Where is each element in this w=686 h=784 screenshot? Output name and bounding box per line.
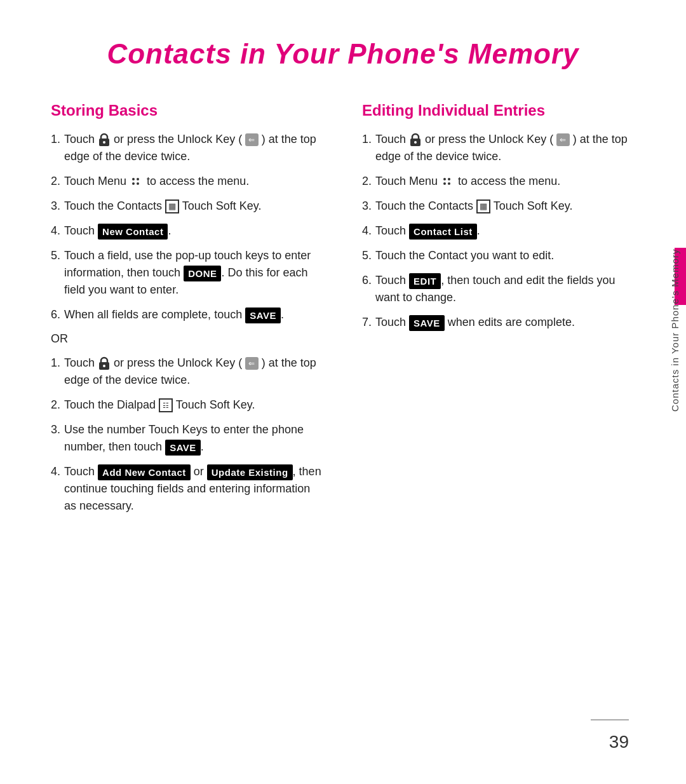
lock-icon-3 — [409, 133, 422, 147]
page-container: Contacts in Your Phone's Memory Storing … — [0, 0, 686, 784]
edit-step-body-2: Touch Menu to access the menu. — [375, 173, 635, 190]
svg-point-3 — [137, 178, 139, 180]
step-num-4: 4. — [51, 222, 60, 240]
alt-step-num-3: 3. — [51, 421, 60, 438]
menu-icon-1 — [130, 175, 144, 189]
alt-step-4: 4. Touch Add New Contact or Update Exist… — [51, 463, 324, 515]
step-body-1: Touch or press the Unlock Key ( ⇐ ) at t… — [64, 131, 324, 165]
add-new-contact-btn: Add New Contact — [98, 464, 191, 480]
step-num-6: 6. — [51, 306, 60, 323]
svg-point-13 — [448, 182, 450, 185]
edit-step-3: 3. Touch the Contacts ▦ Touch Soft Key. — [362, 198, 635, 215]
svg-point-5 — [137, 182, 139, 185]
step-6: 6. When all fields are complete, touch S… — [51, 306, 324, 323]
lock-icon-2 — [98, 356, 111, 370]
step-num-3: 3. — [51, 198, 60, 215]
storing-basics-title: Storing Basics — [51, 102, 324, 119]
svg-point-7 — [103, 365, 105, 367]
edit-step-num-1: 1. — [362, 131, 372, 148]
edit-step-2: 2. Touch Menu to access the menu. — [362, 173, 635, 190]
unlock-key-icon-3: ⇐ — [556, 133, 570, 146]
edit-step-num-5: 5. — [362, 247, 372, 264]
alt-step-num-4: 4. — [51, 463, 60, 480]
alt-step-body-2: Touch the Dialpad ☷ Touch Soft Key. — [64, 396, 324, 414]
step-4: 4. Touch New Contact. — [51, 222, 324, 240]
page-title: Contacts in Your Phone's Memory — [51, 38, 635, 70]
step-num-5: 5. — [51, 247, 60, 264]
step-1: 1. Touch or press the Unlock Key ( ⇐ ) a… — [51, 131, 324, 165]
edit-step-1: 1. Touch or press the Unlock Key ( ⇐ ) a… — [362, 131, 635, 165]
edit-btn: EDIT — [409, 273, 441, 289]
edit-step-num-6: 6. — [362, 272, 372, 289]
step-2: 2. Touch Menu to access the menu. — [51, 173, 324, 190]
step-5: 5. Touch a field, use the pop-up touch k… — [51, 247, 324, 299]
alt-step-num-1: 1. — [51, 355, 60, 372]
edit-step-body-6: Touch EDIT, then touch and edit the fiel… — [375, 272, 635, 306]
step-body-2: Touch Menu to access the menu. — [64, 173, 324, 190]
save-btn-2: SAVE — [165, 440, 201, 456]
edit-step-6: 6. Touch EDIT, then touch and edit the f… — [362, 272, 635, 306]
sidebar-rotated-text: Contacts in Your Phone's Memory — [669, 222, 680, 438]
unlock-key-icon-1: ⇐ — [245, 133, 259, 146]
edit-step-7: 7. Touch SAVE when edits are complete. — [362, 314, 635, 331]
page-number: 39 — [609, 732, 629, 752]
edit-step-body-7: Touch SAVE when edits are complete. — [375, 314, 635, 331]
lock-icon-1 — [98, 133, 111, 147]
menu-icon-2 — [441, 175, 455, 189]
svg-point-12 — [443, 182, 446, 185]
alt-step-3: 3. Use the number Touch Keys to enter th… — [51, 421, 324, 456]
edit-step-4: 4. Touch Contact List. — [362, 222, 635, 240]
contacts-icon-2: ▦ — [476, 199, 490, 213]
step-body-6: When all fields are complete, touch SAVE… — [64, 306, 324, 323]
unlock-key-icon-2: ⇐ — [245, 357, 259, 370]
edit-step-num-2: 2. — [362, 173, 372, 190]
alt-step-body-4: Touch Add New Contact or Update Existing… — [64, 463, 324, 515]
svg-point-11 — [448, 178, 450, 180]
left-column: Storing Basics 1. Touch or press the Unl… — [51, 102, 324, 522]
edit-step-body-1: Touch or press the Unlock Key ( ⇐ ) at t… — [375, 131, 635, 165]
alt-step-2: 2. Touch the Dialpad ☷ Touch Soft Key. — [51, 396, 324, 414]
content-columns: Storing Basics 1. Touch or press the Unl… — [51, 102, 635, 522]
edit-step-body-5: Touch the Contact you want to edit. — [375, 247, 635, 264]
update-existing-btn: Update Existing — [207, 464, 293, 480]
new-contact-btn: New Contact — [98, 224, 168, 240]
step-3: 3. Touch the Contacts ▦ Touch Soft Key. — [51, 198, 324, 215]
done-btn: DONE — [184, 266, 221, 281]
dialpad-icon: ☷ — [159, 398, 173, 412]
edit-step-body-4: Touch Contact List. — [375, 222, 635, 240]
alt-step-num-2: 2. — [51, 396, 60, 414]
alt-step-body-3: Use the number Touch Keys to enter the p… — [64, 421, 324, 456]
step-num-1: 1. — [51, 131, 60, 148]
svg-point-9 — [414, 141, 417, 144]
edit-step-num-4: 4. — [362, 222, 372, 240]
edit-step-body-3: Touch the Contacts ▦ Touch Soft Key. — [375, 198, 635, 215]
svg-point-1 — [103, 141, 105, 144]
step-num-2: 2. — [51, 173, 60, 190]
save-btn-3: SAVE — [409, 315, 445, 331]
step-body-4: Touch New Contact. — [64, 222, 324, 240]
divider-line — [591, 719, 629, 720]
contact-list-btn: Contact List — [409, 224, 477, 240]
right-column: Editing Individual Entries 1. Touch or p… — [362, 102, 635, 339]
save-btn-1: SAVE — [245, 308, 281, 323]
edit-step-num-7: 7. — [362, 314, 372, 331]
step-body-3: Touch the Contacts ▦ Touch Soft Key. — [64, 198, 324, 215]
svg-point-10 — [443, 178, 446, 180]
step-body-5: Touch a field, use the pop-up touch keys… — [64, 247, 324, 299]
contacts-icon-1: ▦ — [165, 199, 179, 213]
alt-step-body-1: Touch or press the Unlock Key ( ⇐ ) at t… — [64, 355, 324, 389]
alt-step-1: 1. Touch or press the Unlock Key ( ⇐ ) a… — [51, 355, 324, 389]
editing-entries-title: Editing Individual Entries — [362, 102, 635, 119]
or-divider: OR — [51, 332, 324, 346]
edit-step-5: 5. Touch the Contact you want to edit. — [362, 247, 635, 264]
svg-point-2 — [132, 178, 135, 180]
edit-step-num-3: 3. — [362, 198, 372, 215]
svg-point-4 — [132, 182, 135, 185]
